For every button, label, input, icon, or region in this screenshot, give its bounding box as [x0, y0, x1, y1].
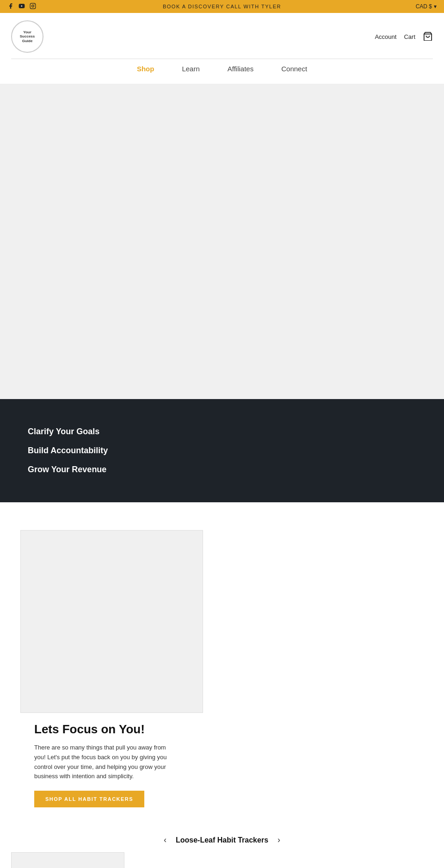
header: YourSuccessGuide Account Cart Shop Learn…	[0, 13, 444, 84]
carousel-prev-button[interactable]: ‹	[164, 835, 166, 845]
tagline-item-3: Grow Your Revenue	[28, 465, 416, 475]
carousel-next-button[interactable]: ›	[278, 835, 280, 845]
carousel-item-1[interactable]	[11, 852, 124, 868]
nav-item-affiliates[interactable]: Affiliates	[228, 65, 253, 73]
shop-all-button[interactable]: SHOP ALL HABIT TRACKERS	[34, 791, 144, 807]
cart-link[interactable]: Cart	[404, 33, 415, 40]
focus-content: Lets Focus on You! There are so many thi…	[11, 722, 196, 807]
youtube-icon[interactable]	[18, 3, 25, 11]
logo[interactable]: YourSuccessGuide	[11, 20, 43, 53]
cart-icon[interactable]	[423, 31, 433, 42]
logo-container[interactable]: YourSuccessGuide	[11, 20, 43, 53]
instagram-icon[interactable]	[30, 3, 36, 11]
nav-item-connect[interactable]: Connect	[281, 65, 307, 73]
currency-label: CAD $	[416, 3, 432, 10]
carousel-items	[11, 852, 433, 868]
carousel-header: ‹ Loose-Leaf Habit Trackers ›	[11, 835, 433, 845]
focus-heading: Lets Focus on You!	[34, 722, 173, 737]
focus-body: There are so many things that pull you a…	[34, 743, 173, 781]
currency-selector[interactable]: CAD $ ▾	[416, 3, 437, 10]
svg-point-3	[34, 4, 35, 5]
chevron-down-icon: ▾	[434, 3, 437, 10]
account-link[interactable]: Account	[375, 33, 396, 40]
main-nav: Shop Learn Affiliates Connect	[11, 59, 433, 76]
tagline-item-1: Clarify Your Goals	[28, 427, 416, 437]
nav-item-learn[interactable]: Learn	[182, 65, 199, 73]
facebook-icon[interactable]	[7, 3, 14, 11]
dark-section: Clarify Your Goals Build Accountability …	[0, 399, 444, 502]
svg-rect-1	[30, 3, 36, 9]
nav-item-shop[interactable]: Shop	[137, 65, 154, 73]
carousel-title: Loose-Leaf Habit Trackers	[176, 836, 268, 844]
header-actions: Account Cart	[375, 31, 433, 42]
announcement-text[interactable]: BOOK A DISCOVERY CALL WITH TYLER	[163, 4, 281, 9]
svg-point-2	[32, 5, 34, 7]
focus-image	[20, 530, 203, 713]
focus-section: Lets Focus on You! There are so many thi…	[0, 502, 444, 826]
tagline-item-2: Build Accountability	[28, 446, 416, 456]
social-icons[interactable]	[7, 3, 36, 11]
logo-text: YourSuccessGuide	[20, 30, 35, 44]
hero-section	[0, 84, 444, 399]
tagline-list: Clarify Your Goals Build Accountability …	[28, 427, 416, 475]
header-top: YourSuccessGuide Account Cart	[11, 20, 433, 58]
announcement-bar: BOOK A DISCOVERY CALL WITH TYLER CAD $ ▾	[0, 0, 444, 13]
carousel-section: ‹ Loose-Leaf Habit Trackers ›	[0, 826, 444, 868]
